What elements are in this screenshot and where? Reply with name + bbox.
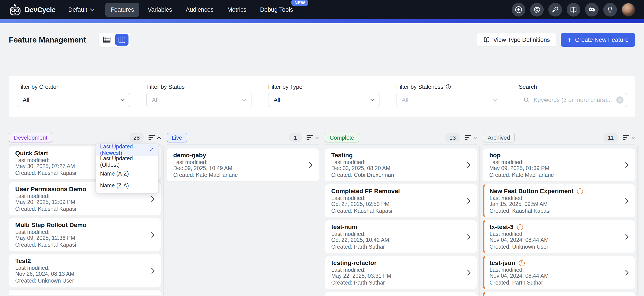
feature-card-title: User Permissions Demo bbox=[15, 186, 86, 193]
column-scrollbar[interactable] bbox=[479, 146, 480, 296]
chevron-down-icon bbox=[473, 137, 477, 139]
brand[interactable]: DevCycle bbox=[9, 3, 56, 16]
created-by: Created: Kaushal Kapasi bbox=[15, 242, 145, 248]
sort-icon bbox=[148, 135, 155, 140]
sort-option-label: Name (A-Z) bbox=[100, 170, 129, 177]
column-sort-button[interactable] bbox=[622, 135, 635, 140]
info-icon[interactable] bbox=[446, 84, 451, 89]
column-sort-button[interactable] bbox=[148, 135, 161, 140]
column-header: Development28 bbox=[9, 133, 161, 142]
nav-item-metrics[interactable]: Metrics bbox=[222, 3, 252, 17]
feature-card[interactable]: rachel-test!Last modified: bbox=[483, 292, 635, 296]
search-icon bbox=[524, 97, 530, 103]
feature-card[interactable]: demo-paulLast modified: bbox=[325, 292, 477, 296]
created-by: Created: Unknown User bbox=[490, 244, 619, 250]
project-switcher[interactable]: Default bbox=[68, 6, 94, 13]
created-by: Created: Kate MacFarlane bbox=[489, 172, 619, 178]
chevron-down-icon bbox=[370, 99, 375, 101]
chevron-down-icon bbox=[315, 137, 319, 139]
feature-card[interactable]: testing-refactorLast modified:May 22, 20… bbox=[325, 256, 477, 289]
filter-status-select[interactable]: All bbox=[146, 93, 252, 107]
feature-card[interactable]: tx-test-3!Last modified:Nov 04, 2024, 08… bbox=[483, 220, 635, 253]
chevron-right-icon bbox=[467, 270, 470, 276]
clear-search-icon[interactable]: × bbox=[616, 96, 624, 104]
nav-item-features[interactable]: Features bbox=[105, 3, 140, 17]
created-by: Created: Kaushal Kapasi bbox=[15, 206, 145, 212]
create-new-feature-button[interactable]: + Create New Feature bbox=[561, 33, 635, 47]
header-actions: View Type Definitions + Create New Featu… bbox=[477, 33, 635, 47]
column-status-badge[interactable]: Archived bbox=[483, 133, 515, 142]
project-switcher-label: Default bbox=[68, 6, 87, 13]
nav-item-label: Metrics bbox=[227, 6, 246, 13]
last-modified-date: Jan 15, 2025, 09:59 AM bbox=[490, 201, 619, 207]
nav-item-variables[interactable]: Variables bbox=[142, 3, 178, 17]
sort-option-label: Last Updated (Oldest) bbox=[100, 155, 154, 168]
nav-actions bbox=[512, 3, 635, 16]
user-avatar[interactable] bbox=[622, 3, 635, 16]
documentation-button[interactable] bbox=[567, 3, 580, 16]
stale-warning-icon: ! bbox=[577, 188, 583, 194]
feature-card[interactable]: demo-gabyLast modified:Dec 09, 2025, 10:… bbox=[167, 148, 319, 182]
feature-card[interactable]: Multi Step Rollout DemoLast modified:May… bbox=[9, 218, 161, 251]
chevron-right-icon bbox=[151, 268, 154, 274]
nav-item-audiences[interactable]: Audiences bbox=[180, 3, 219, 17]
column-status-badge[interactable]: Complete bbox=[325, 133, 359, 142]
filter-creator-select[interactable]: All bbox=[17, 93, 130, 107]
column-header: Archived11 bbox=[483, 133, 635, 142]
board-view-button[interactable] bbox=[115, 34, 128, 46]
last-modified-label: Last modified: bbox=[15, 193, 145, 199]
page-header: Feature Management bbox=[9, 33, 635, 47]
feature-card[interactable]: test-json!Last modified:Nov 04, 2024, 08… bbox=[483, 256, 635, 289]
sort-option[interactable]: Last Updated (Newest)✓ bbox=[96, 144, 158, 156]
sort-option[interactable]: Last Updated (Oldest) bbox=[96, 156, 158, 168]
add-circle-button[interactable] bbox=[512, 3, 526, 16]
feature-card[interactable]: TestingLast modified:Dec 03, 2025, 08:20… bbox=[325, 148, 477, 182]
column-count-badge: 28 bbox=[129, 133, 144, 142]
sort-option[interactable]: Name (Z-A) bbox=[96, 180, 158, 191]
column-scrollbar[interactable] bbox=[637, 146, 638, 296]
last-modified-date: Dec 09, 2025, 10:49 AM bbox=[173, 165, 303, 171]
sort-option[interactable]: Name (A-Z) bbox=[96, 168, 158, 180]
new-badge: NEW bbox=[291, 0, 308, 6]
feature-card[interactable]: Test2Last modified:Nov 26, 2024, 08:13 A… bbox=[9, 254, 161, 287]
column-status-badge[interactable]: Development bbox=[9, 133, 52, 142]
column-sort-button[interactable] bbox=[306, 135, 319, 140]
feature-card[interactable]: test-numLast modified:Oct 22, 2025, 10:4… bbox=[325, 220, 477, 253]
chevron-right-icon bbox=[625, 270, 628, 276]
feature-card[interactable]: bopLast modified:May 09, 2025, 01:39 PMC… bbox=[483, 148, 635, 182]
notifications-button[interactable] bbox=[603, 3, 617, 16]
feature-card[interactable]: Completed FF RemovalLast modified:Oct 27… bbox=[325, 184, 477, 217]
board-column-development: Development28Last modified:Created: Unkn… bbox=[9, 133, 161, 295]
search-input[interactable]: Keywords (3 or more chars)... × bbox=[519, 93, 627, 107]
search-label: Search bbox=[519, 83, 627, 90]
feature-card-title: tx-test-3 bbox=[490, 224, 514, 231]
filter-staleness-select[interactable]: All bbox=[396, 93, 502, 107]
created-by: Created: Cobi Druxerman bbox=[331, 172, 461, 178]
table-view-button[interactable] bbox=[100, 34, 114, 46]
brand-name: DevCycle bbox=[25, 6, 56, 14]
column-card-list: bopLast modified:May 09, 2025, 01:39 PMC… bbox=[483, 145, 635, 296]
filter-type-select[interactable]: All bbox=[268, 93, 380, 107]
sort-icon bbox=[464, 135, 471, 140]
filter-creator-label: Filter by Creator bbox=[17, 83, 130, 90]
column-status-badge[interactable]: Live bbox=[167, 133, 187, 142]
view-type-definitions-label: View Type Definitions bbox=[493, 36, 550, 43]
filter-staleness: Filter by Staleness All bbox=[396, 83, 502, 107]
feature-card[interactable] bbox=[9, 290, 161, 295]
column-count-badge: 13 bbox=[446, 133, 460, 142]
table-view-icon bbox=[103, 36, 111, 43]
page: Feature Management bbox=[0, 33, 644, 295]
feature-card-title: Testing bbox=[331, 152, 353, 159]
settings-button[interactable] bbox=[530, 3, 544, 16]
column-sort-button[interactable] bbox=[464, 135, 477, 140]
discord-button[interactable] bbox=[585, 3, 598, 16]
api-keys-button[interactable] bbox=[548, 3, 562, 16]
view-type-definitions-button[interactable]: View Type Definitions bbox=[477, 33, 556, 47]
feature-card[interactable]: New Feat Button Experiment!Last modified… bbox=[483, 184, 635, 217]
nav-item-debug-tools[interactable]: Debug ToolsNEW bbox=[255, 3, 298, 17]
column-header: Live1 bbox=[167, 133, 319, 142]
last-modified-label: Last modified: bbox=[173, 159, 303, 165]
nav-item-label: Variables bbox=[148, 6, 172, 13]
book-icon bbox=[483, 36, 490, 43]
column-scrollbar[interactable] bbox=[163, 146, 164, 296]
